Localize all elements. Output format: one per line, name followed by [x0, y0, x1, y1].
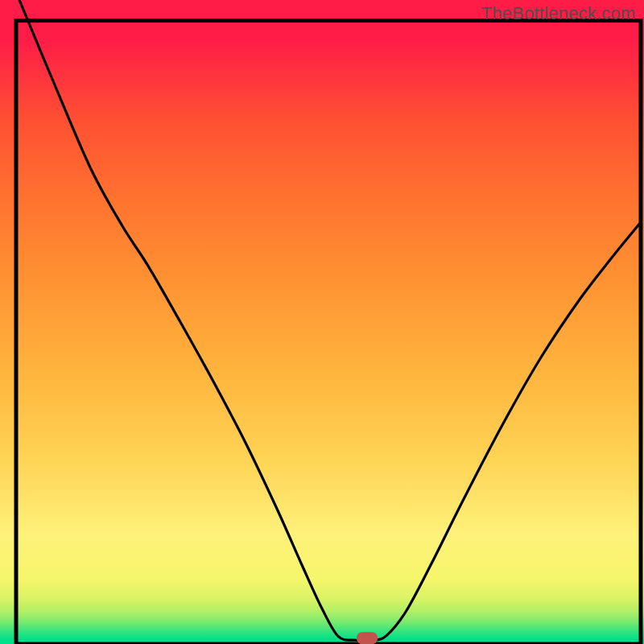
gradient-background [0, 0, 644, 644]
svg-rect-14 [0, 0, 644, 644]
watermark-label: TheBottleneck.com [481, 3, 636, 24]
optimum-marker [357, 632, 378, 644]
chart-container: TheBottleneck.com [0, 0, 644, 644]
bottleneck-chart [0, 0, 644, 644]
